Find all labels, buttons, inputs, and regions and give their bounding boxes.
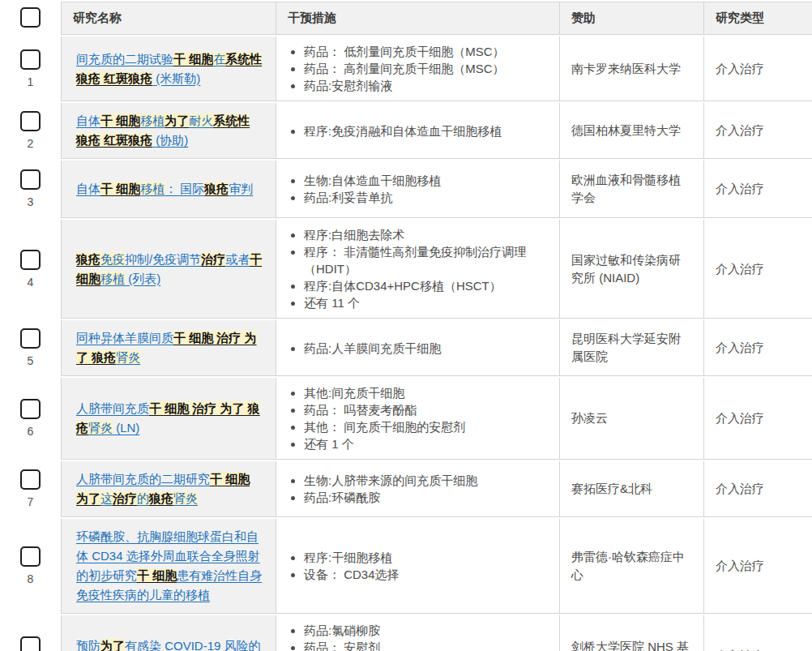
intervention-item: 药品:氯硝柳胺 xyxy=(304,622,551,639)
row-number: 6 xyxy=(20,425,41,438)
row-checkbox[interactable] xyxy=(20,250,41,270)
row-select-cell: 3 xyxy=(0,161,61,218)
intervention-item: 生物:人脐带来源的间充质干细胞 xyxy=(304,472,551,489)
study-type-cell: 介入治疗 xyxy=(703,519,812,614)
study-title-link[interactable]: 自体干 细胞移植为了耐火系统性 狼疮 红斑狼疮 (协助) xyxy=(76,113,250,147)
row-checkbox[interactable] xyxy=(20,399,41,419)
intervention-item: 药品:安慰剂输液 xyxy=(304,77,551,94)
intervention-item: 设备： CD34选择 xyxy=(304,566,551,583)
study-name-cell: 自体干 细胞移植： 国际狼疮审判 xyxy=(61,161,276,218)
intervention-item: 其他:间充质干细胞 xyxy=(304,384,551,401)
interventions-list: 程序:白细胞去除术程序： 非清髓性高剂量免疫抑制治疗调理（HDIT）程序:自体C… xyxy=(288,226,551,311)
study-title-segment: 肾炎 xyxy=(173,491,198,505)
intervention-item: 还有 11 个 xyxy=(304,294,551,311)
results-body: 1间充质的二期试验干 细胞在系统性 狼疮 红斑狼疮 (米斯勒) 药品： 低剂量间… xyxy=(0,36,812,651)
study-title-segment: 肾炎 xyxy=(116,350,140,364)
study-title-segment: 审判 xyxy=(229,182,253,195)
interventions-cell: 程序:干细胞移植设备： CD34选择 xyxy=(276,519,559,614)
interventions-list: 程序:干细胞移植设备： CD34选择 xyxy=(288,549,551,583)
study-name-cell: 预防为了有感染 COVID-19 风险的患者 -V xyxy=(61,615,276,651)
intervention-item: 生物:自体造血干细胞移植 xyxy=(304,172,551,189)
study-title-link[interactable]: 同种异体羊膜间质干 细胞 治疗 为了 狼疮肾炎 xyxy=(76,331,257,364)
sponsor-cell: 昆明医科大学延安附属医院 xyxy=(559,320,703,376)
row-number: 1 xyxy=(20,75,41,88)
study-title-link[interactable]: 狼疮免疫抑制/免疫调节治疗或者干 细胞移植 (列表) xyxy=(76,252,262,285)
study-title-link[interactable]: 预防为了有感染 COVID-19 风险的患者 -V xyxy=(76,639,261,651)
study-title-segment: (LN) xyxy=(113,421,139,435)
study-title-segment: 为了 xyxy=(100,639,125,651)
column-header-interventions: 干预措施 xyxy=(276,2,559,35)
row-checkbox[interactable] xyxy=(20,328,41,349)
intervention-item: 程序:自体CD34+HPC移植（HSCT） xyxy=(304,277,551,294)
sponsor-cell: 国家过敏和传染病研究所 (NIAID) xyxy=(559,220,703,319)
study-title-segment: 在 xyxy=(213,52,225,66)
column-header-study-type: 研究类型 xyxy=(703,2,812,35)
study-type-cell: 介入治疗 xyxy=(703,461,812,517)
study-title-link[interactable]: 人脐带间充质的二期研究干 细胞 为了这治疗的狼疮肾炎 xyxy=(76,472,250,505)
sponsor-cell: 孙凌云 xyxy=(559,378,703,460)
study-title-segment: 免疫 xyxy=(100,252,125,266)
study-title-segment: (米斯勒) xyxy=(152,71,200,85)
sponsor-cell: 剑桥大学医院 NHS 基金会信托 xyxy=(559,615,703,651)
table-row: 7人脐带间充质的二期研究干 细胞 为了这治疗的狼疮肾炎生物:人脐带来源的间充质干… xyxy=(0,461,812,517)
intervention-item: 程序： 非清髓性高剂量免疫抑制治疗调理（HDIT） xyxy=(304,243,551,277)
study-type-cell: 介入治疗 xyxy=(703,220,812,319)
row-select-cell: 7 xyxy=(0,461,61,517)
select-all-cell xyxy=(0,2,61,35)
study-title-segment: ： 国际 xyxy=(165,182,204,195)
row-checkbox[interactable] xyxy=(20,169,41,190)
column-header-study-name: 研究名称 xyxy=(61,2,276,35)
table-row: 2自体干 细胞移植为了耐火系统性 狼疮 红斑狼疮 (协助) 程序:免疫消融和自体… xyxy=(0,103,812,159)
study-title-segment: 治疗 xyxy=(201,252,225,266)
study-title-link[interactable]: 环磷酰胺、抗胸腺细胞球蛋白和自体 CD34 选择外周血联合全身照射的初步研究干 … xyxy=(76,529,262,602)
study-title-segment: 或者 xyxy=(225,252,250,266)
interventions-cell: 生物:自体造血干细胞移植药品:利妥昔单抗 xyxy=(276,161,559,218)
interventions-cell: 生物:人脐带来源的间充质干细胞药品:环磷酰胺 xyxy=(276,461,559,517)
interventions-list: 药品： 低剂量间充质干细胞（MSC）药品： 高剂量间充质干细胞（MSC）药品:安… xyxy=(288,43,551,94)
sponsor-cell: 弗雷德·哈钦森癌症中心 xyxy=(559,519,703,614)
row-checkbox[interactable] xyxy=(20,111,41,131)
interventions-list: 药品:氯硝柳胺药品： 安慰剂药品:环索奈德还有 3 个 xyxy=(288,622,551,651)
row-number: 2 xyxy=(20,137,41,150)
row-checkbox[interactable] xyxy=(20,49,41,70)
study-title-segment: 狼疮 xyxy=(149,491,173,505)
row-select-cell: 6 xyxy=(0,378,61,460)
study-title-link[interactable]: 间充质的二期试验干 细胞在系统性 狼疮 红斑狼疮 (米斯勒) xyxy=(76,52,262,85)
study-title-segment: 的 xyxy=(137,491,149,505)
interventions-list: 生物:人脐带来源的间充质干细胞药品:环磷酰胺 xyxy=(288,472,551,506)
study-title-segment: 间充质的二期试验 xyxy=(76,52,173,66)
study-title-segment: 抑制/免疫调节 xyxy=(125,252,201,266)
study-title-segment: 人脐带间充质 xyxy=(76,401,149,415)
study-title-segment: 为了 xyxy=(165,113,189,127)
row-select-cell: 1 xyxy=(0,36,61,101)
study-title-segment: 干 细胞 xyxy=(100,113,140,127)
study-title-segment: 自体 xyxy=(76,182,100,195)
study-name-cell: 环磷酰胺、抗胸腺细胞球蛋白和自体 CD34 选择外周血联合全身照射的初步研究干 … xyxy=(61,519,276,614)
table-row: 8环磷酰胺、抗胸腺细胞球蛋白和自体 CD34 选择外周血联合全身照射的初步研究干… xyxy=(0,519,812,614)
intervention-item: 还有 1 个 xyxy=(304,435,551,452)
interventions-cell: 药品:人羊膜间充质干细胞 xyxy=(276,320,559,376)
interventions-cell: 程序:白细胞去除术程序： 非清髓性高剂量免疫抑制治疗调理（HDIT）程序:自体C… xyxy=(276,220,559,319)
study-title-segment: (列表) xyxy=(125,272,160,285)
row-checkbox[interactable] xyxy=(20,546,41,567)
study-title-segment: 肾炎 xyxy=(88,421,113,435)
study-name-cell: 人脐带间充质干 细胞 治疗 为了 狼疮肾炎 (LN) xyxy=(61,378,276,460)
study-title-link[interactable]: 人脐带间充质干 细胞 治疗 为了 狼疮肾炎 (LN) xyxy=(76,401,260,435)
row-checkbox[interactable] xyxy=(20,469,41,490)
intervention-item: 药品:利妥昔单抗 xyxy=(304,189,551,206)
study-title-link[interactable]: 自体干 细胞移植： 国际狼疮审判 xyxy=(76,182,253,195)
study-type-cell: 介入治疗 xyxy=(703,103,812,159)
study-title-segment: 狼疮 xyxy=(204,182,229,195)
interventions-list: 生物:自体造血干细胞移植药品:利妥昔单抗 xyxy=(288,172,551,206)
study-title-segment: 干 细胞 xyxy=(137,568,177,582)
sponsor-cell: 欧洲血液和骨髓移植学会 xyxy=(559,161,703,218)
select-all-checkbox[interactable] xyxy=(20,7,41,28)
interventions-list: 药品:人羊膜间充质干细胞 xyxy=(288,340,551,357)
study-name-cell: 自体干 细胞移植为了耐火系统性 狼疮 红斑狼疮 (协助) xyxy=(61,103,276,159)
header-row: 研究名称 干预措施 赞助 研究类型 xyxy=(0,2,812,35)
interventions-list: 程序:免疫消融和自体造血干细胞移植 xyxy=(288,122,551,139)
table-row: 1间充质的二期试验干 细胞在系统性 狼疮 红斑狼疮 (米斯勒) 药品： 低剂量间… xyxy=(0,36,812,101)
column-header-sponsor: 赞助 xyxy=(559,2,703,35)
row-checkbox[interactable] xyxy=(20,636,41,651)
study-type-cell: 介入治疗 xyxy=(703,615,812,651)
